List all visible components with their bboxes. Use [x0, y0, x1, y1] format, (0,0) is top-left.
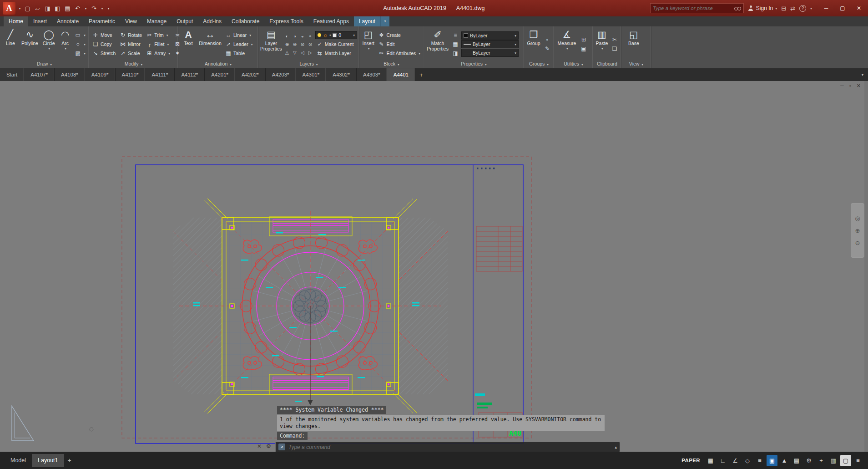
redo-icon[interactable]: ↷ — [89, 3, 99, 13]
layer-unisolate-icon[interactable]: ⊖ — [291, 41, 298, 48]
layer-walk-icon[interactable]: △ — [283, 49, 291, 56]
selection-cycling-icon[interactable]: ▣ — [767, 455, 777, 466]
paste-button[interactable]: ▥ Paste ▾ — [595, 28, 609, 61]
canvas-scrollbar[interactable] — [864, 81, 868, 452]
layer-off-icon[interactable]: ◐ — [283, 32, 291, 40]
hatch-button[interactable]: ▨ ▾ — [73, 49, 87, 58]
save-as-icon[interactable]: ◧ — [53, 3, 62, 13]
ribbon-tab-home[interactable]: Home — [4, 16, 28, 26]
stretch-button[interactable]: ↘ Stretch — [91, 49, 117, 58]
file-tab-a4109[interactable]: A4109* — [85, 68, 116, 81]
help-dropdown-icon[interactable]: ▾ — [810, 6, 812, 10]
file-tab-a4201[interactable]: A4201* — [205, 68, 235, 81]
new-layout-button[interactable]: + — [64, 457, 75, 464]
ribbon-tab-insert[interactable]: Insert — [28, 16, 52, 26]
workspace-icon[interactable]: ⚙ — [803, 455, 814, 466]
polyline-button[interactable]: ∿ Polyline — [20, 28, 40, 61]
ribbon-tab-express-tools[interactable]: Express Tools — [264, 16, 308, 26]
minimize-button[interactable]: ─ — [818, 2, 834, 15]
layer-dropdown[interactable]: ☼ ▪ 0 ▾ — [315, 31, 357, 39]
rectangle-button[interactable]: ▭ ▾ — [73, 31, 87, 40]
customization-icon[interactable]: ≡ — [853, 455, 863, 466]
scale-button[interactable]: ↗ Scale — [118, 49, 143, 58]
group-button[interactable]: ❒ Group — [526, 28, 541, 61]
help-search-box[interactable] — [650, 3, 744, 13]
file-tab-a4112[interactable]: A4112* — [175, 68, 205, 81]
layout-tab-dropdown-icon[interactable]: ▾ — [380, 16, 389, 26]
annotation-monitor-icon[interactable]: + — [816, 455, 827, 466]
help-icon[interactable]: ? — [799, 5, 806, 12]
snap-icon[interactable]: ∟ — [717, 455, 728, 466]
clipboard-panel-title[interactable]: Clipboard — [593, 61, 621, 68]
file-tab-a4202[interactable]: A4202* — [235, 68, 266, 81]
transparency-button[interactable]: ◨ — [451, 49, 460, 58]
ribbon-tab-view[interactable]: View — [120, 16, 142, 26]
linear-button[interactable]: ↔ Linear ▾ — [224, 31, 254, 40]
qat-customize-icon[interactable]: ▾ — [106, 3, 111, 13]
view-panel-title[interactable]: View ▾ — [621, 61, 651, 68]
layer-isolate-icon[interactable]: ◑ — [291, 32, 298, 40]
groups-panel-title[interactable]: Groups ▾ — [524, 61, 554, 68]
properties-panel-title[interactable]: Properties ▾ — [424, 61, 524, 68]
table-button[interactable]: ▦ Table — [224, 49, 254, 58]
lineweight-icon[interactable]: ≡ — [754, 455, 765, 466]
cut-button[interactable]: ✂ — [610, 36, 619, 44]
annotation-panel-title[interactable]: Annotation ▾ — [178, 61, 258, 68]
command-customize-icon[interactable]: ⚙ — [266, 443, 271, 449]
object-snap-icon[interactable]: ◇ — [742, 455, 753, 466]
redo-dropdown-icon[interactable]: ▾ — [99, 3, 105, 13]
modify-panel-title[interactable]: Modify ▾ — [89, 61, 178, 68]
grid-icon[interactable]: ▦ — [705, 455, 716, 466]
sign-in-button[interactable]: Sign In ▾ — [748, 5, 777, 11]
ribbon-tab-manage[interactable]: Manage — [142, 16, 172, 26]
layer-freeze-icon[interactable]: ◒ — [299, 32, 306, 40]
file-tab-a4303[interactable]: A4303* — [357, 68, 387, 81]
draw-panel-title[interactable]: Draw ▾ — [0, 61, 89, 68]
array-button[interactable]: ⊞ Array ▾ — [145, 49, 172, 58]
drawing-close-button[interactable]: ✕ — [857, 83, 861, 89]
properties-table-button[interactable]: ▦ — [451, 40, 460, 49]
paper-space-toggle[interactable]: PAPER — [681, 458, 700, 463]
layout1-tab[interactable]: Layout1 — [32, 454, 64, 467]
layer-lock-icon[interactable]: ◓ — [307, 32, 314, 40]
file-tabs-overflow-icon[interactable]: ▾ — [857, 68, 868, 81]
match-properties-button[interactable]: ✐ Match Properties — [426, 28, 449, 61]
command-history-toggle-icon[interactable]: ▴ — [615, 445, 617, 449]
ribbon-tab-featured-apps[interactable]: Featured Apps — [308, 16, 354, 26]
create-block-button[interactable]: ❖ Create — [377, 31, 422, 40]
search-input[interactable] — [653, 5, 732, 11]
layer-thaw-icon[interactable]: ⊘ — [299, 41, 306, 48]
new-drawing-tab-button[interactable]: + — [415, 68, 427, 81]
file-tab-a4302[interactable]: A4302* — [326, 68, 357, 81]
trim-button[interactable]: ✂ Trim ▾ — [145, 31, 172, 40]
file-tab-a4401[interactable]: A4401 — [387, 68, 415, 81]
file-tab-a4111[interactable]: A4111* — [145, 68, 175, 81]
ribbon-tab-collaborate[interactable]: Collaborate — [227, 16, 264, 26]
autocad-logo-icon[interactable]: A — [3, 2, 15, 15]
match-layer-button[interactable]: ⇆ Match Layer — [315, 49, 357, 57]
file-tab-a4301[interactable]: A4301* — [296, 68, 327, 81]
cad-drawing[interactable]: A40 — [0, 81, 868, 452]
drawing-restore-button[interactable]: ▫ — [849, 83, 851, 89]
clean-screen-icon[interactable]: ▢ — [840, 455, 851, 466]
steering-wheel-icon[interactable]: ◎ — [855, 215, 860, 222]
quick-calculator-button[interactable]: ▣ — [579, 45, 588, 53]
annotation-visibility-icon[interactable]: ▲ — [779, 455, 790, 466]
ribbon-tab-parametric[interactable]: Parametric — [84, 16, 120, 26]
circle-button[interactable]: ◯ Circle ▾ — [40, 28, 57, 61]
properties-list-button[interactable]: ≡ — [451, 31, 460, 40]
ungroup-button[interactable]: ▫ — [543, 36, 552, 44]
dimension-button[interactable]: ↔ Dimension — [198, 28, 222, 61]
arc-button[interactable]: ◠ Arc ▾ — [58, 28, 72, 61]
file-tab-a4203[interactable]: A4203* — [266, 68, 296, 81]
navigation-bar[interactable]: ◎ ⊕ ⊖ — [851, 203, 864, 258]
rotate-button[interactable]: ↻ Rotate — [118, 31, 143, 40]
annotation-scale-icon[interactable]: ▤ — [791, 455, 802, 466]
copy-clip-button[interactable]: ❏ — [610, 45, 619, 53]
text-button[interactable]: A Text — [180, 28, 197, 61]
ribbon-tab-annotate[interactable]: Annotate — [52, 16, 84, 26]
file-tab-a4108[interactable]: A4108* — [55, 68, 85, 81]
close-button[interactable]: ✕ — [851, 2, 867, 15]
open-file-icon[interactable]: ▱ — [33, 3, 42, 13]
command-line[interactable]: > ▴ — [275, 442, 620, 452]
